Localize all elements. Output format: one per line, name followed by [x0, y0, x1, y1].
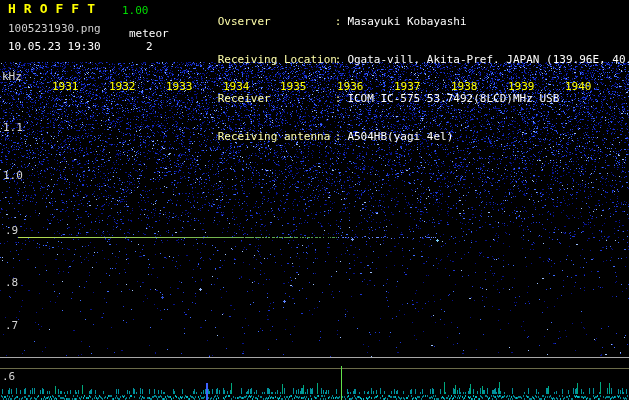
time-tick-1934: 1934 — [223, 81, 250, 93]
info-separator: : — [335, 130, 342, 143]
freq-tick-1-0: 1.0 — [3, 170, 23, 182]
info-label: Receiver — [218, 93, 335, 106]
info-row-location: Receiving Location:Ogata-vill. Akita-Pre… — [178, 41, 629, 79]
app-version: 1.00 — [122, 5, 149, 17]
info-value: Masayuki Kobayashi — [347, 15, 466, 28]
app-title: HROFFT — [8, 3, 103, 15]
output-filename: 1005231930.png — [8, 23, 101, 35]
echo-count: 2 — [146, 41, 153, 53]
info-value: ICOM IC-575 53.7492(8LCD)MHz USB — [347, 92, 559, 105]
info-value: Ogata-vill. Akita-Pref. JAPAN (139.96E, … — [347, 53, 629, 66]
info-separator: : — [335, 15, 342, 28]
time-tick-1932: 1932 — [109, 81, 136, 93]
freq-tick-0-7: .7 — [5, 320, 18, 332]
time-tick-1936: 1936 — [337, 81, 364, 93]
freq-tick-1-1: 1.1 — [3, 122, 23, 134]
time-tick-1939: 1939 — [508, 81, 535, 93]
info-value: A504HB(yagi 4el) — [347, 130, 453, 143]
freq-tick-0-6: .6 — [2, 371, 15, 383]
freq-axis-unit: kHz — [2, 71, 22, 83]
freq-tick-0-8: .8 — [5, 277, 18, 289]
time-tick-1940: 1940 — [565, 81, 592, 93]
freq-tick-0-9: .9 — [5, 225, 18, 237]
info-separator: : — [335, 92, 342, 105]
time-tick-1938: 1938 — [451, 81, 478, 93]
time-tick-1935: 1935 — [280, 81, 307, 93]
time-tick-1937: 1937 — [394, 81, 421, 93]
info-separator: : — [335, 53, 342, 66]
hrofft-output: HROFFT 1.00 1005231930.png meteor 10.05.… — [0, 0, 629, 400]
info-label: Receiving antenna — [218, 131, 335, 144]
time-tick-1931: 1931 — [52, 81, 79, 93]
info-row-observer: Ovserver:Masayuki Kobayashi — [178, 3, 629, 41]
mode-label: meteor — [129, 28, 169, 40]
info-row-antenna: Receiving antenna:A504HB(yagi 4el) — [178, 118, 629, 156]
time-tick-1933: 1933 — [166, 81, 193, 93]
info-label: Ovserver — [218, 16, 335, 29]
datetime-label: 10.05.23 19:30 — [8, 41, 101, 53]
info-label: Receiving Location — [218, 54, 335, 67]
